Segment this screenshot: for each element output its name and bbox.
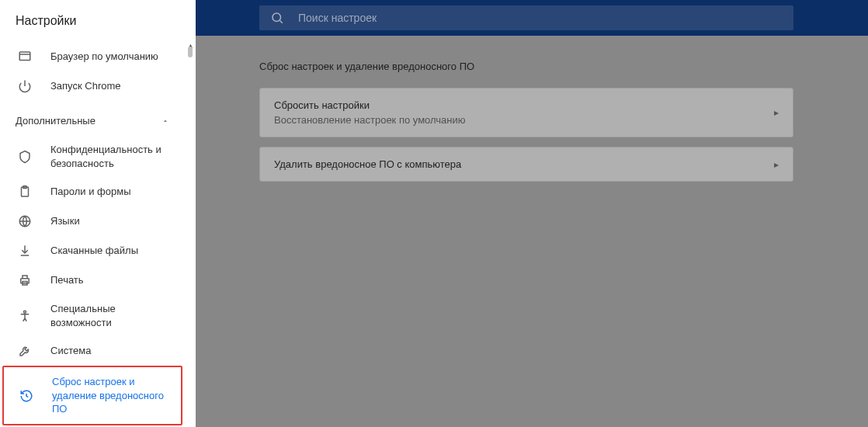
sidebar-item-default-browser[interactable]: Браузер по умолчанию	[0, 42, 185, 71]
nav-basic: Браузер по умолчанию Запуск Chrome	[0, 42, 185, 101]
svg-point-11	[273, 13, 281, 22]
page-title: Настройки	[0, 0, 185, 42]
sidebar-item-reset[interactable]: Сброс настроек и удаление вредоносного П…	[2, 366, 182, 425]
sidebar-item-accessibility[interactable]: Специальные возможности	[0, 295, 185, 336]
shield-icon	[17, 149, 33, 165]
content: Сброс настроек и удаление вредоносного П…	[196, 36, 868, 216]
restore-icon	[19, 388, 34, 404]
sidebar-item-label: Сброс настроек и удаление вредоносного П…	[52, 375, 165, 416]
sidebar-item-downloads[interactable]: Скачанные файлы	[0, 236, 185, 266]
sidebar-item-label: Браузер по умолчанию	[50, 50, 158, 64]
search-icon	[270, 11, 284, 25]
print-icon	[17, 273, 33, 288]
svg-rect-0	[19, 52, 30, 61]
wrench-icon	[17, 343, 33, 359]
svg-line-12	[279, 20, 282, 23]
sidebar-item-label: Специальные возможности	[50, 302, 169, 329]
main-area: Поиск настроек Сброс настроек и удаление…	[196, 0, 868, 427]
sidebar-item-print[interactable]: Печать	[0, 266, 185, 295]
card-title: Сбросить настройки	[274, 99, 774, 111]
section-label: Дополнительные	[16, 115, 95, 127]
chevron-up-icon	[161, 117, 169, 125]
sidebar-item-label: Пароли и формы	[50, 185, 131, 199]
sidebar-item-label: Скачанные файлы	[50, 244, 138, 258]
scrollbar-thumb[interactable]	[188, 47, 193, 57]
sidebar-item-label: Конфиденциальность и безопасность	[50, 143, 169, 170]
search-placeholder: Поиск настроек	[298, 12, 377, 24]
card-subtitle: Восстановление настроек по умолчанию	[274, 114, 774, 126]
sidebar-item-label: Запуск Chrome	[50, 79, 121, 93]
sidebar-item-languages[interactable]: Языки	[0, 207, 185, 236]
sidebar-item-system[interactable]: Система	[0, 336, 185, 366]
power-icon	[17, 78, 33, 94]
nav-advanced: Конфиденциальность и безопасность Пароли…	[0, 136, 185, 425]
download-icon	[17, 243, 33, 259]
sidebar-item-label: Система	[50, 344, 91, 358]
chevron-right-icon: ▸	[774, 159, 779, 170]
sidebar-item-on-startup[interactable]: Запуск Chrome	[0, 71, 185, 101]
sidebar-item-label: Языки	[50, 214, 80, 228]
section-title: Сброс настроек и удаление вредоносного П…	[259, 61, 804, 72]
search-input[interactable]: Поиск настроек	[259, 5, 793, 30]
chevron-right-icon: ▸	[774, 107, 779, 118]
sidebar: Настройки Браузер по умолчанию Запуск Ch…	[0, 0, 196, 427]
browser-icon	[17, 49, 33, 64]
sidebar-section-advanced[interactable]: Дополнительные	[0, 101, 185, 136]
accessibility-icon	[17, 308, 33, 324]
card-reset-settings[interactable]: Сбросить настройки Восстановление настро…	[259, 88, 793, 137]
card-title: Удалить вредоносное ПО с компьютера	[274, 158, 774, 170]
card-cleanup[interactable]: Удалить вредоносное ПО с компьютера ▸	[259, 147, 793, 182]
topbar: Поиск настроек	[196, 0, 868, 36]
sidebar-item-privacy[interactable]: Конфиденциальность и безопасность	[0, 136, 185, 177]
sidebar-item-passwords[interactable]: Пароли и формы	[0, 177, 185, 207]
sidebar-item-label: Печать	[50, 273, 84, 287]
globe-icon	[17, 214, 33, 229]
svg-point-10	[24, 311, 26, 313]
clipboard-icon	[17, 184, 33, 200]
